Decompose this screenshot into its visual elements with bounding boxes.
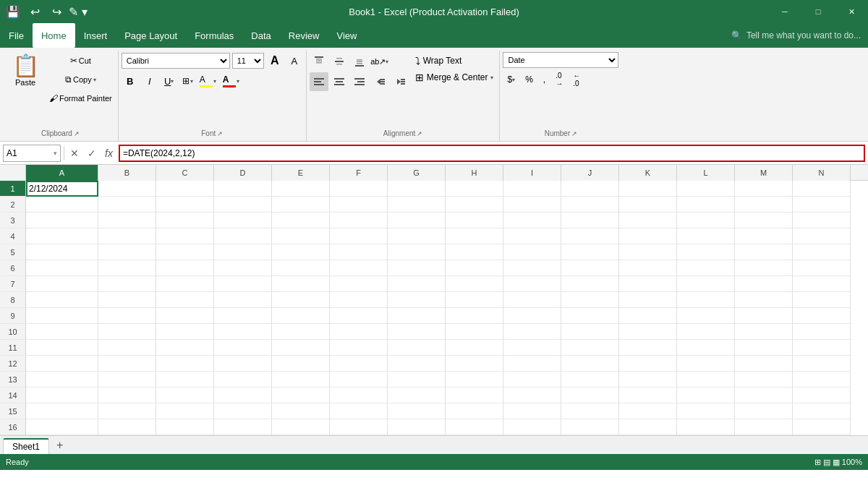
menu-home[interactable]: Home [33, 23, 75, 48]
decrease-indent-button[interactable] [370, 72, 389, 91]
cell-I12[interactable] [503, 356, 561, 372]
cell-N14[interactable] [793, 388, 851, 403]
row-header-6[interactable]: 6 [0, 260, 26, 276]
cell-G4[interactable] [388, 228, 446, 244]
minimize-button[interactable]: ─ [768, 0, 801, 23]
cell-M13[interactable] [735, 372, 793, 388]
col-header-l[interactable]: L [677, 165, 735, 181]
cell-D12[interactable] [214, 356, 272, 372]
cell-B4[interactable] [98, 228, 156, 244]
cell-N2[interactable] [793, 197, 851, 213]
cell-F11[interactable] [330, 340, 388, 356]
cell-J13[interactable] [561, 372, 619, 388]
cell-D10[interactable] [214, 324, 272, 340]
cell-J5[interactable] [561, 244, 619, 260]
cell-I7[interactable] [503, 276, 561, 292]
cell-K9[interactable] [619, 308, 677, 324]
font-name-select[interactable]: Calibri [122, 53, 230, 69]
cell-G7[interactable] [388, 276, 446, 292]
cell-G15[interactable] [388, 403, 446, 419]
cell-G9[interactable] [388, 308, 446, 324]
menu-file[interactable]: File [0, 23, 33, 48]
sheet-tab-sheet1[interactable]: Sheet1 [3, 438, 49, 454]
align-bottom-button[interactable] [350, 52, 369, 71]
cell-D8[interactable] [214, 292, 272, 308]
font-expand-icon[interactable]: ↗ [217, 130, 223, 137]
cell-H2[interactable] [446, 197, 503, 213]
cell-M10[interactable] [735, 324, 793, 340]
align-top-button[interactable] [310, 52, 328, 71]
cell-E13[interactable] [272, 372, 330, 388]
cell-M3[interactable] [735, 213, 793, 228]
alignment-expand-icon[interactable]: ↗ [417, 130, 422, 137]
cell-L1[interactable] [677, 181, 735, 197]
percent-button[interactable]: % [521, 71, 537, 88]
cell-I6[interactable] [503, 260, 561, 276]
menu-view[interactable]: View [328, 23, 365, 48]
cell-B3[interactable] [98, 213, 156, 228]
cell-B11[interactable] [98, 340, 156, 356]
cell-C9[interactable] [156, 308, 214, 324]
cell-K1[interactable] [619, 181, 677, 197]
underline-button[interactable]: U ▾ [161, 72, 178, 90]
menu-review[interactable]: Review [280, 23, 328, 48]
cell-L11[interactable] [677, 340, 735, 356]
cell-J16[interactable] [561, 419, 619, 435]
cell-A4[interactable] [26, 228, 98, 244]
cell-I16[interactable] [503, 419, 561, 435]
align-left-button[interactable] [310, 72, 328, 91]
col-header-k[interactable]: K [619, 165, 677, 181]
cell-K7[interactable] [619, 276, 677, 292]
cell-K14[interactable] [619, 388, 677, 403]
cell-C8[interactable] [156, 292, 214, 308]
cell-D5[interactable] [214, 244, 272, 260]
cell-F14[interactable] [330, 388, 388, 403]
cell-I4[interactable] [503, 228, 561, 244]
col-header-j[interactable]: J [561, 165, 619, 181]
number-expand-icon[interactable]: ↗ [571, 130, 577, 137]
cell-I8[interactable] [503, 292, 561, 308]
cell-I13[interactable] [503, 372, 561, 388]
cell-K4[interactable] [619, 228, 677, 244]
cell-L6[interactable] [677, 260, 735, 276]
row-header-7[interactable]: 7 [0, 276, 26, 292]
dollar-button[interactable]: $ ▾ [503, 71, 519, 88]
save-button[interactable]: 💾 [3, 1, 23, 22]
cell-C15[interactable] [156, 403, 214, 419]
cell-K12[interactable] [619, 356, 677, 372]
cell-H7[interactable] [446, 276, 503, 292]
col-header-i[interactable]: I [503, 165, 561, 181]
row-header-9[interactable]: 9 [0, 308, 26, 324]
cell-I11[interactable] [503, 340, 561, 356]
cell-D4[interactable] [214, 228, 272, 244]
cell-K6[interactable] [619, 260, 677, 276]
cell-E12[interactable] [272, 356, 330, 372]
cell-A7[interactable] [26, 276, 98, 292]
cell-J10[interactable] [561, 324, 619, 340]
cell-C11[interactable] [156, 340, 214, 356]
cell-C13[interactable] [156, 372, 214, 388]
cell-C3[interactable] [156, 213, 214, 228]
row-header-3[interactable]: 3 [0, 213, 26, 228]
cell-L3[interactable] [677, 213, 735, 228]
cell-I9[interactable] [503, 308, 561, 324]
cell-E4[interactable] [272, 228, 330, 244]
cell-G13[interactable] [388, 372, 446, 388]
cell-J2[interactable] [561, 197, 619, 213]
cell-D2[interactable] [214, 197, 272, 213]
cell-F1[interactable] [330, 181, 388, 197]
cell-N11[interactable] [793, 340, 851, 356]
cell-B14[interactable] [98, 388, 156, 403]
bold-button[interactable]: B [122, 72, 139, 90]
format-painter-button[interactable]: 🖌 Format Painter [46, 90, 115, 107]
cell-J11[interactable] [561, 340, 619, 356]
row-header-8[interactable]: 8 [0, 292, 26, 308]
cell-K15[interactable] [619, 403, 677, 419]
cell-D16[interactable] [214, 419, 272, 435]
cell-H11[interactable] [446, 340, 503, 356]
cell-H12[interactable] [446, 356, 503, 372]
cell-G12[interactable] [388, 356, 446, 372]
cell-N5[interactable] [793, 244, 851, 260]
cell-J9[interactable] [561, 308, 619, 324]
cut-button[interactable]: ✂ Cut [46, 52, 115, 69]
